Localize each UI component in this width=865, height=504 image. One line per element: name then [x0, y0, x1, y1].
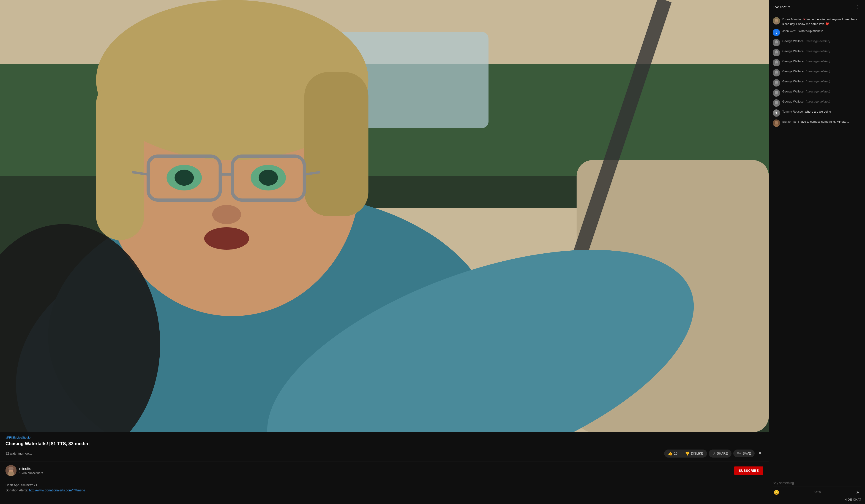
- list-item: J John West What's up minnete: [769, 27, 865, 37]
- svg-point-29: [8, 471, 14, 476]
- message-text: [message deleted]: [806, 80, 830, 83]
- channel-avatar[interactable]: [5, 465, 16, 476]
- avatar-letter: J: [775, 31, 777, 34]
- message-text: What's up minnete: [799, 29, 823, 33]
- donation-line: Donation Alerts: http://www.donationaler…: [5, 488, 763, 493]
- chat-input-row: [773, 481, 861, 487]
- avatar: [773, 59, 780, 66]
- list-item: Big Jorma I have to confess something, M…: [769, 118, 865, 128]
- channel-name[interactable]: minette: [19, 467, 43, 471]
- avatar-letter: T: [775, 112, 777, 115]
- send-button[interactable]: ➤: [854, 489, 861, 496]
- message-username: Tommy Reusse: [782, 110, 803, 113]
- avatar: [773, 99, 780, 107]
- message-text: where are we going: [805, 110, 831, 113]
- svg-rect-12: [96, 80, 144, 240]
- donation-label: Donation Alerts:: [5, 489, 29, 492]
- avatar-svg: [5, 465, 16, 476]
- share-button[interactable]: ↗ SHARE: [709, 449, 731, 458]
- george-avatar-svg: [773, 69, 780, 77]
- channel-tag[interactable]: #PRISMLiveStudio: [5, 436, 763, 439]
- list-item: George Wallace [message deleted]: [769, 88, 865, 98]
- message-content: George Wallace [message deleted]: [782, 99, 861, 104]
- message-username: Big Jorma: [782, 120, 796, 124]
- subscribe-button[interactable]: SUBSCRIBE: [734, 467, 763, 475]
- message-content: George Wallace [message deleted]: [782, 79, 861, 84]
- svg-point-22: [258, 169, 278, 186]
- channel-subscribers: 1.78K subscribers: [19, 471, 43, 475]
- video-thumbnail: [0, 0, 769, 432]
- save-icon: ≡+: [737, 452, 741, 456]
- message-text: [message deleted]: [806, 100, 830, 103]
- avatar: [773, 39, 780, 46]
- avatar: [773, 79, 780, 86]
- message-content: Drunk Minette ❤ Im not here to hurt anyo…: [782, 17, 861, 26]
- channel-info: minette 1.78K subscribers SUBSCRIBE: [0, 461, 769, 480]
- avatar: T: [773, 109, 780, 117]
- dislike-label: DISLIKE: [691, 452, 703, 455]
- main-content: #PRISMLiveStudio Chasing Waterfalls! [$1…: [0, 0, 769, 504]
- list-item: George Wallace [message deleted]: [769, 58, 865, 68]
- avatar: [773, 69, 780, 77]
- share-label: SHARE: [717, 452, 728, 455]
- svg-point-23: [212, 205, 241, 224]
- george-avatar-svg: [773, 49, 780, 56]
- emoji-button[interactable]: 😊: [773, 489, 780, 496]
- george-avatar-svg: [773, 59, 780, 66]
- chevron-down-icon: ▾: [788, 5, 790, 9]
- channel-left: minette 1.78K subscribers: [5, 465, 43, 476]
- video-player[interactable]: [0, 0, 769, 432]
- chat-more-button[interactable]: ⋮: [853, 3, 861, 11]
- description: Cash App: $minetteYT Donation Alerts: ht…: [0, 480, 769, 495]
- message-username: John West: [782, 29, 796, 33]
- svg-point-24: [204, 227, 249, 250]
- jorma-avatar-svg: [773, 119, 780, 127]
- drunk-minette-avatar-svg: [773, 17, 780, 24]
- video-title: Chasing Waterfalls! [$1 TTS, $2 media]: [5, 441, 763, 447]
- flag-button[interactable]: ⚑: [757, 449, 763, 458]
- message-text: [message deleted]: [806, 90, 830, 93]
- chat-header: Live chat ▾ ⋮: [769, 0, 865, 14]
- share-icon: ↗: [713, 452, 715, 456]
- chat-messages[interactable]: Drunk Minette ❤ Im not here to hurt anyo…: [769, 14, 865, 478]
- video-meta-row: 32 watching now... 👍 15 👎 DISLIKE ↗: [5, 449, 763, 458]
- dislike-button[interactable]: 👎 DISLIKE: [681, 449, 707, 458]
- message-username: George Wallace: [782, 39, 804, 43]
- like-dislike-group: 👍 15 👎 DISLIKE: [664, 449, 707, 458]
- message-content: George Wallace [message deleted]: [782, 59, 861, 63]
- svg-point-21: [174, 169, 194, 186]
- message-content: George Wallace [message deleted]: [782, 89, 861, 94]
- george-avatar-svg: [773, 39, 780, 46]
- chat-input[interactable]: [773, 481, 861, 485]
- avatar: [773, 119, 780, 127]
- message-text: [message deleted]: [806, 39, 830, 43]
- chat-input-actions: 😊 0/200 ➤: [773, 489, 861, 496]
- video-svg: [0, 0, 769, 432]
- hide-chat-button[interactable]: HIDE CHAT: [844, 498, 861, 501]
- george-avatar-svg: [773, 99, 780, 107]
- chat-title-group[interactable]: Live chat ▾: [773, 5, 790, 9]
- message-text: I have to confess something, Minette...: [798, 120, 849, 124]
- avatar: [773, 89, 780, 97]
- message-content: Tommy Reusse where are we going: [782, 109, 861, 114]
- like-button[interactable]: 👍 15: [664, 449, 681, 458]
- watching-count: 32 watching now...: [5, 452, 32, 455]
- chat-footer: HIDE CHAT: [769, 498, 865, 504]
- svg-point-30: [9, 467, 13, 470]
- donation-link[interactable]: http://www.donationalerts.com/r/Minette: [29, 489, 85, 492]
- emoji-icon: 😊: [774, 490, 779, 495]
- message-text: [message deleted]: [806, 59, 830, 63]
- video-info: #PRISMLiveStudio Chasing Waterfalls! [$1…: [0, 432, 769, 461]
- message-content: George Wallace [message deleted]: [782, 49, 861, 54]
- message-content: George Wallace [message deleted]: [782, 69, 861, 74]
- message-username: George Wallace: [782, 49, 804, 53]
- heart-emoji: ❤️: [826, 22, 829, 26]
- george-avatar-svg: [773, 89, 780, 97]
- george-avatar-svg: [773, 79, 780, 86]
- message-username: George Wallace: [782, 80, 804, 83]
- list-item: George Wallace [message deleted]: [769, 98, 865, 108]
- dislike-icon: 👎: [685, 452, 690, 456]
- save-button[interactable]: ≡+ SAVE: [733, 449, 754, 457]
- save-label: SAVE: [743, 452, 751, 455]
- message-content: Big Jorma I have to confess something, M…: [782, 119, 861, 124]
